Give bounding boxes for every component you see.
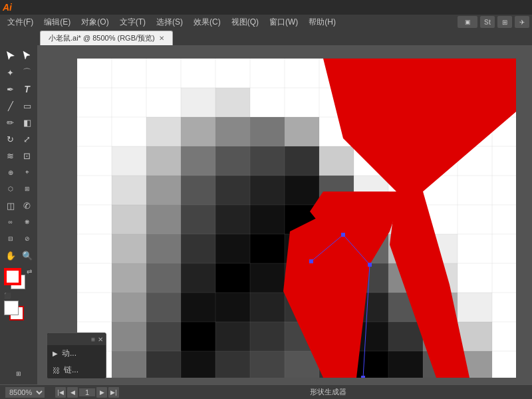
status-tool-label: 形状生成器 (310, 387, 346, 397)
magic-wand-tool[interactable]: ✦ (3, 65, 19, 80)
color-box-area (4, 301, 33, 325)
blend-tool[interactable]: ∞ (3, 214, 19, 230)
main-area: ✦ ⌒ ✒ T ╱ ▭ ✏ ◧ ↻ ⤢ ≋ ⊡ ⊕ ⌖ ⬡ ⊞ (0, 45, 532, 384)
extra-tools: ⊞ (11, 366, 27, 382)
mini-panel-header: ≡ ✕ (47, 333, 106, 345)
next-page-button[interactable]: ▶ (96, 387, 107, 398)
perspective-tool[interactable]: ⬡ (3, 181, 19, 197)
menu-window[interactable]: 窗口(W) (265, 15, 303, 29)
pencil-tool[interactable]: ✏ (3, 114, 19, 130)
zoom-tool[interactable]: 🔍 (19, 247, 35, 263)
menu-select[interactable]: 选择(S) (152, 15, 188, 29)
live-paint-tool[interactable]: ⌖ (19, 164, 35, 180)
hand-zoom-tools: ✋ 🔍 (3, 247, 35, 263)
pen-tool[interactable]: ✒ (3, 81, 19, 97)
menu-right-icons: ▣ St ⊞ ✈ (458, 16, 529, 28)
magic-lasso-tools: ✦ ⌒ (3, 65, 35, 80)
menu-icon-st[interactable]: St (480, 16, 495, 28)
menu-effect[interactable]: 效果(C) (189, 15, 225, 29)
artboard-slice-tools: ⊟ ⊘ (3, 231, 35, 247)
symbol-tool[interactable]: ❋ (19, 214, 35, 230)
menu-object[interactable]: 对象(O) (76, 15, 113, 29)
color-section: ⇄ ⬛ (4, 268, 33, 299)
chain-icon: ⛓ (53, 366, 60, 374)
warp-tool[interactable]: ≋ (3, 148, 19, 164)
warp-tools: ≋ ⊡ (3, 148, 35, 164)
rectangle-tool[interactable]: ▭ (19, 98, 35, 114)
actions-panel-item[interactable]: ▶ 动... (47, 345, 106, 362)
first-page-button[interactable]: |◀ (55, 387, 66, 398)
hand-tool[interactable]: ✋ (3, 247, 19, 263)
menu-file[interactable]: 文件(F) (3, 15, 38, 29)
mesh-tool[interactable]: ⊞ (19, 181, 35, 197)
perspective-mesh-tools: ⬡ ⊞ (3, 181, 35, 197)
slice-tool[interactable]: ⊘ (19, 231, 35, 247)
menu-icon-broadcast[interactable]: ✈ (515, 16, 529, 28)
document-tab[interactable]: 小老鼠.ai* @ 8500% (RGB/预览) ✕ (40, 31, 173, 45)
shape-builder-tool[interactable]: ⊕ (3, 164, 19, 180)
page-number-input[interactable] (79, 388, 95, 396)
gradient-eye-tools: ◫ ✆ (3, 198, 35, 213)
canvas-area[interactable] (37, 45, 532, 384)
zoom-select[interactable]: 8500% 6400% 3200% 1600% 800% 400% 200% 1… (5, 387, 45, 398)
fill-stroke-display (4, 301, 33, 325)
eraser-tool[interactable]: ◧ (19, 114, 35, 130)
app-logo: Ai (3, 2, 12, 13)
pen-type-tools: ✒ T (3, 81, 35, 97)
play-icon: ▶ (53, 350, 58, 357)
tab-bar: 小老鼠.ai* @ 8500% (RGB/预览) ✕ (0, 29, 532, 45)
artboard-tool[interactable]: ⊟ (3, 231, 19, 247)
line-tool[interactable]: ╱ (3, 98, 19, 114)
lasso-tool[interactable]: ⌒ (19, 65, 35, 80)
tab-close-button[interactable]: ✕ (159, 35, 164, 42)
scale-tool[interactable]: ⤢ (19, 131, 35, 147)
panel-menu-icon[interactable]: ≡ (91, 336, 95, 343)
transform-tool[interactable]: ⊡ (19, 148, 35, 164)
menu-help[interactable]: 帮助(H) (304, 15, 340, 29)
eyedropper-tool[interactable]: ✆ (19, 198, 35, 213)
menu-icon-grid[interactable]: ⊞ (497, 16, 512, 28)
swap-colors-icon[interactable]: ⇄ (27, 268, 32, 275)
line-rect-tools: ╱ ▭ (3, 98, 35, 114)
menu-bar: 文件(F) 编辑(E) 对象(O) 文字(T) 选择(S) 效果(C) 视图(Q… (0, 15, 532, 29)
default-colors-icon[interactable]: ⬛ (4, 293, 11, 299)
artwork-canvas[interactable] (77, 59, 516, 378)
menu-view[interactable]: 视图(Q) (227, 15, 263, 29)
direct-select-tool[interactable] (19, 48, 35, 64)
last-page-button[interactable]: ▶| (108, 387, 119, 398)
actions-label: 动... (62, 348, 76, 359)
pencil-eraser-tools: ✏ ◧ (3, 114, 35, 130)
rotate-tool[interactable]: ↻ (3, 131, 19, 147)
links-panel-item[interactable]: ⛓ 链... (47, 362, 106, 378)
menu-icon-screen[interactable]: ▣ (458, 16, 477, 28)
select-tool[interactable] (3, 48, 19, 64)
rotate-scale-tools: ↻ ⤢ (3, 131, 35, 147)
blend-symbol-tools: ∞ ❋ (3, 214, 35, 230)
links-label: 链... (64, 364, 78, 376)
shape-paint-tools: ⊕ ⌖ (3, 164, 35, 180)
panel-close-icon[interactable]: ✕ (98, 336, 103, 343)
status-bar: 8500% 6400% 3200% 1600% 800% 400% 200% 1… (0, 384, 532, 399)
page-navigation: |◀ ◀ ▶ ▶| (55, 387, 119, 398)
toolbar: ✦ ⌒ ✒ T ╱ ▭ ✏ ◧ ↻ ⤢ ≋ ⊡ ⊕ ⌖ ⬡ ⊞ (0, 45, 37, 384)
mini-panel: ≡ ✕ ▶ 动... ⛓ 链... (47, 332, 106, 379)
fill-box[interactable] (4, 301, 19, 315)
type-tool[interactable]: T (19, 81, 35, 97)
prev-page-button[interactable]: ◀ (67, 387, 78, 398)
title-bar: Ai (0, 0, 532, 15)
view-mode-button[interactable]: ⊞ (11, 366, 27, 382)
menu-text[interactable]: 文字(T) (115, 15, 150, 29)
gradient-tool[interactable]: ◫ (3, 198, 19, 213)
menu-edit[interactable]: 编辑(E) (39, 15, 75, 29)
select-tools (3, 48, 35, 64)
color-indicator (5, 269, 20, 284)
tab-label: 小老鼠.ai* @ 8500% (RGB/预览) (49, 33, 155, 43)
